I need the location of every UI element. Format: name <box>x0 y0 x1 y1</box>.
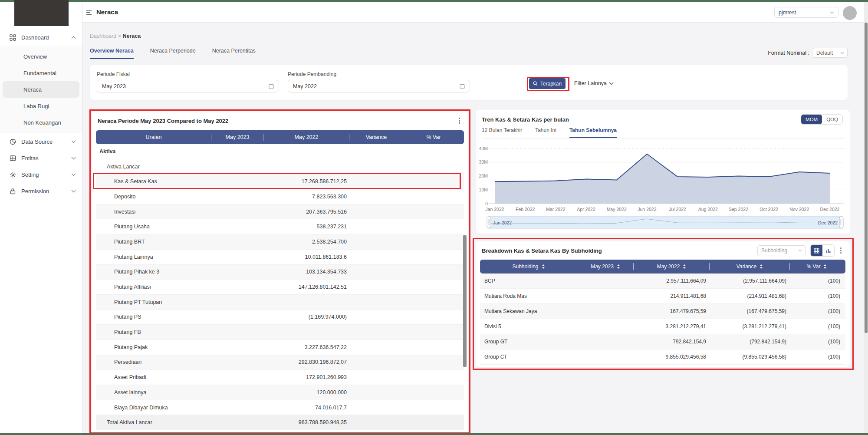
tab-overview-neraca[interactable]: Overview Neraca <box>90 48 134 59</box>
table-row[interactable]: Persediaan 292.830.196.872,07 <box>96 355 464 370</box>
sidebar-item-non-keuangan[interactable]: Non Keuangan <box>3 114 79 131</box>
breadcrumb-parent[interactable]: Dashboard <box>90 33 116 39</box>
sidebar-item-entitas[interactable]: Entitas <box>0 150 82 166</box>
breakdown-dimension-select[interactable]: Subholding <box>757 245 806 256</box>
trend-chart-title: Tren Kas & Setara Kas per bulan <box>482 116 569 123</box>
table-row[interactable]: Aktiva Lancar <box>96 159 464 175</box>
more-filters-toggle[interactable]: Filter Lainnya <box>574 80 614 86</box>
table-view-button[interactable] <box>811 245 822 256</box>
periode-fiskal-value: May 2023 <box>102 83 126 89</box>
chart-tab-tahun-sebelumnya[interactable]: Tahun Sebelumnya <box>569 127 617 138</box>
table-row[interactable]: Investasi 207.363.795.516 <box>96 204 464 220</box>
table-row: Mutiara Sekawan Jaya 167.479.675,59 (167… <box>480 304 845 319</box>
table-row[interactable]: Biaya Dibayar Dimuka 74.016.017,7 <box>96 400 464 415</box>
apply-button[interactable]: Terapkan <box>529 78 566 89</box>
bottom-green-strip <box>0 433 868 435</box>
column-header-sortable[interactable]: Subholding <box>480 260 577 274</box>
workspace-select-value: pjmtest <box>779 10 796 16</box>
kebab-menu-icon[interactable] <box>457 116 461 125</box>
menu-toggle-icon[interactable] <box>86 10 93 16</box>
page-scrollbar-thumb[interactable] <box>865 23 868 333</box>
svg-text:Mar 2022: Mar 2022 <box>546 207 566 212</box>
neraca-table-body: Aktiva Aktiva Lancar Kas & Setara Kas 17… <box>96 144 464 430</box>
chart-view-button[interactable] <box>822 245 834 256</box>
column-header-sortable[interactable]: May 2022 <box>634 260 710 274</box>
sidebar-item-setting[interactable]: Setting <box>0 166 82 183</box>
breakdown-dimension-value: Subholding <box>761 247 787 254</box>
sidebar-item-overview[interactable]: Overview <box>3 48 79 65</box>
tab-neraca-perperiode[interactable]: Neraca Perperiode <box>150 48 196 59</box>
table-view-icon <box>814 248 819 254</box>
svg-text:Dec 2022: Dec 2022 <box>820 207 840 212</box>
table-row[interactable]: Aktiva <box>96 144 464 159</box>
trend-chart-tabs: 12 Bulan TerakhirTahun IniTahun Sebelumn… <box>482 127 844 138</box>
sidebar-item-dashboard[interactable]: Dashboard <box>0 29 82 46</box>
table-row[interactable]: Piutang PT Tutupan <box>96 295 464 310</box>
table-row[interactable]: Piutang Pajak 3.227.636.547,22 <box>96 340 464 355</box>
column-header: % Var <box>403 130 464 144</box>
periode-pembanding-input[interactable]: May 2022 <box>288 80 470 92</box>
table-row[interactable]: Piutang FB <box>96 325 464 340</box>
column-header-sortable[interactable]: May 2023 <box>577 260 634 274</box>
breakdown-table-header: SubholdingMay 2023May 2022Variance% Var <box>480 260 845 274</box>
sort-icon <box>760 264 763 269</box>
format-nominal-value: Default <box>816 50 833 56</box>
svg-text:Jan 2022: Jan 2022 <box>485 207 504 212</box>
table-row[interactable]: Piutang PS (1.169.974.000) <box>96 310 464 325</box>
periode-pembanding-label: Periode Pembanding <box>288 71 336 77</box>
sort-icon <box>542 264 545 269</box>
table-row[interactable]: Piutang Pihak ke 3 103.134.354.733 <box>96 265 464 280</box>
sidebar-item-neraca[interactable]: Neraca <box>3 81 79 98</box>
workspace-select[interactable]: pjmtest <box>774 7 838 18</box>
column-header-sortable[interactable]: Variance <box>710 260 790 274</box>
table-row[interactable]: Piutang Lainnya 10.011.861.183,6 <box>96 250 464 265</box>
format-nominal-select[interactable]: Default <box>813 48 848 58</box>
format-nominal-label: Format Nominal : <box>768 50 809 56</box>
filter-card: Periode Fiskal May 2023 Periode Pembandi… <box>90 65 848 100</box>
column-header: May 2022 <box>263 130 349 144</box>
svg-text:30M: 30M <box>479 159 488 165</box>
column-header: Variance <box>349 130 403 144</box>
page-tabs: Overview NeracaNeraca PerperiodeNeraca P… <box>90 48 256 59</box>
table-row[interactable]: Asset lainnya 120.000.000 <box>96 385 464 400</box>
page-scrollbar[interactable] <box>864 2 868 433</box>
toggle-mom[interactable]: MOM <box>801 115 822 124</box>
chart-tab-12-bulan-terakhir[interactable]: 12 Bulan Terakhir <box>482 127 522 138</box>
svg-text:20M: 20M <box>479 173 488 178</box>
sidebar-item-laba-rugi[interactable]: Laba Rugi <box>3 98 79 114</box>
table-row[interactable]: Total Aktiva Lancar 963.788.590.948,35 <box>96 415 464 430</box>
svg-text:May 2022: May 2022 <box>607 207 627 212</box>
svg-text:Feb 2022: Feb 2022 <box>516 207 535 212</box>
view-toggle <box>810 244 835 257</box>
periode-fiskal-input[interactable]: May 2023 <box>97 80 279 92</box>
sidebar-item-data-source[interactable]: Data Source <box>0 133 82 150</box>
table-scrollbar[interactable] <box>463 235 467 367</box>
table-row[interactable]: Kas & Setara Kas 17.268.586.712,25 <box>96 174 464 189</box>
sidebar-item-fundamental[interactable]: Fundamental <box>3 65 79 81</box>
sort-icon <box>617 264 620 269</box>
svg-text:Sep 2022: Sep 2022 <box>729 207 748 212</box>
grid-icon <box>10 34 16 41</box>
sidebar-item-permission[interactable]: Permission <box>0 183 82 199</box>
calendar-icon <box>460 83 465 89</box>
table-row[interactable]: Piutang Affiliasi 147.126.801.142,51 <box>96 280 464 295</box>
apply-button-label: Terapkan <box>540 81 562 87</box>
chevron-down-icon <box>840 52 844 54</box>
table-row[interactable]: Deposito 7.823.563.300 <box>96 189 464 204</box>
chart-tab-tahun-ini[interactable]: Tahun Ini <box>535 127 556 138</box>
table-row[interactable]: Asset Pribadi 172.901.260.993 <box>96 370 464 385</box>
chevron-down-icon <box>71 173 76 176</box>
column-header-sortable[interactable]: % Var <box>790 260 844 274</box>
avatar[interactable] <box>843 6 857 20</box>
table-row[interactable]: Piutang Usaha 538.237.231 <box>96 219 464 234</box>
table-row: BCP 2.957.111.664,09 (2.957.111.664,09) … <box>480 274 845 289</box>
kebab-menu-icon[interactable] <box>839 246 843 255</box>
table-row[interactable]: Piutang BRT 2.538.254.700 <box>96 234 464 250</box>
tab-neraca-perentitas[interactable]: Neraca Perentitas <box>212 48 256 59</box>
sort-icon <box>683 264 686 269</box>
periode-pembanding-value: May 2022 <box>293 83 317 89</box>
breakdown-title: Breakdown Kas & Setara Kas By Subholding <box>482 247 602 254</box>
toggle-qoq[interactable]: QOQ <box>822 115 842 124</box>
mom-qoq-toggle: MOMQOQ <box>801 114 843 125</box>
svg-text:Jan 2022: Jan 2022 <box>493 220 512 225</box>
